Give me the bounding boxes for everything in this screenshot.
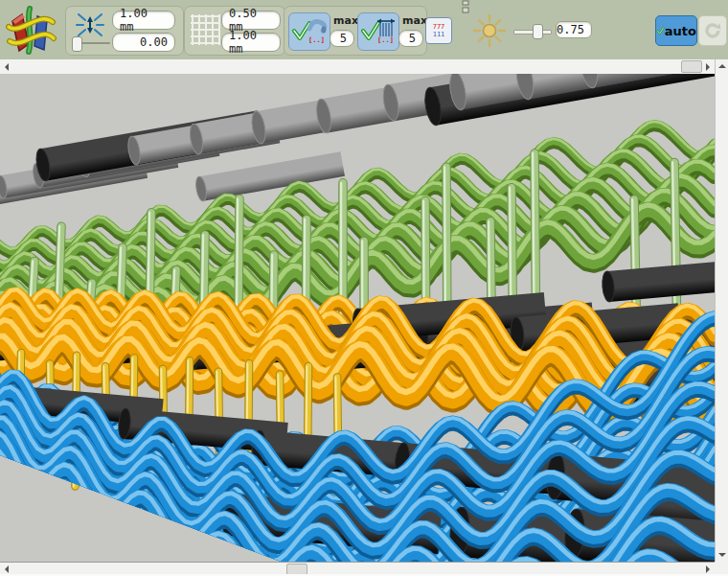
auto-button-label: auto bbox=[665, 24, 696, 38]
yarn-smooth-bracket-label: [..] bbox=[308, 36, 325, 44]
scroll-right-button-top[interactable] bbox=[701, 59, 715, 74]
spacing-offset-field[interactable]: 0.00 bbox=[112, 33, 175, 52]
grid-spacing-field-1[interactable]: 0.50 mm bbox=[221, 11, 281, 30]
weave-logo-icon bbox=[6, 4, 57, 58]
light-slider[interactable] bbox=[513, 24, 552, 37]
yarn-smooth-toggle-button[interactable]: [..] bbox=[288, 12, 330, 51]
numbers-bottom-text: 111 bbox=[433, 31, 445, 38]
spacing-slider-thumb[interactable] bbox=[72, 36, 82, 52]
woven-textile-3d-render[interactable] bbox=[0, 74, 715, 562]
splitter-grip-icon[interactable] bbox=[461, 0, 470, 13]
yarn-smooth-max-label: max bbox=[333, 14, 358, 27]
comb-smooth-bracket-label: [..] bbox=[377, 36, 394, 44]
refresh-icon bbox=[702, 20, 723, 41]
light-slider-thumb[interactable] bbox=[533, 24, 543, 39]
auto-update-button[interactable]: auto bbox=[655, 15, 697, 46]
refresh-button[interactable] bbox=[698, 15, 727, 46]
application-window: 1.00 mm 0.00 0.50 mm 1.00 mm bbox=[0, 0, 728, 576]
toolbar: 1.00 mm 0.00 0.50 mm 1.00 mm bbox=[0, 0, 728, 60]
3d-viewport[interactable] bbox=[0, 74, 715, 562]
comb-smooth-max-label: max bbox=[402, 14, 427, 27]
comb-smooth-toggle-button[interactable]: [..] bbox=[357, 12, 399, 51]
sun-icon bbox=[471, 12, 508, 49]
scroll-left-button-top[interactable] bbox=[0, 59, 13, 74]
hscroll-top-thumb[interactable] bbox=[681, 60, 702, 73]
layer-spacing-field[interactable]: 1.00 mm bbox=[112, 11, 175, 30]
grid-icon bbox=[189, 12, 221, 47]
numbers-top-text: 777 bbox=[433, 23, 445, 31]
check-icon bbox=[656, 24, 665, 37]
horizontal-scrollbar-top[interactable] bbox=[0, 59, 715, 75]
scroll-up-button[interactable] bbox=[716, 59, 728, 73]
grid-spacing-field-2[interactable]: 1.00 mm bbox=[221, 33, 281, 52]
vertical-scrollbar[interactable] bbox=[715, 59, 728, 562]
smoothing-group: [..] max 5 [..] max 5 bbox=[284, 6, 427, 56]
spacing-slider[interactable] bbox=[72, 36, 110, 50]
light-value-field[interactable]: 0.75 bbox=[556, 21, 592, 38]
app-logo bbox=[6, 4, 57, 58]
yarn-smooth-max-field[interactable]: 5 bbox=[330, 30, 354, 47]
numbers-toggle-button[interactable]: 777 111 bbox=[425, 17, 452, 44]
grid-group: 0.50 mm 1.00 mm bbox=[184, 6, 285, 56]
comb-smooth-max-field[interactable]: 5 bbox=[398, 30, 423, 47]
scroll-down-button[interactable] bbox=[716, 548, 728, 562]
horizontal-scrollbar-bottom[interactable] bbox=[0, 562, 715, 575]
spacing-group: 1.00 mm 0.00 bbox=[65, 6, 184, 56]
